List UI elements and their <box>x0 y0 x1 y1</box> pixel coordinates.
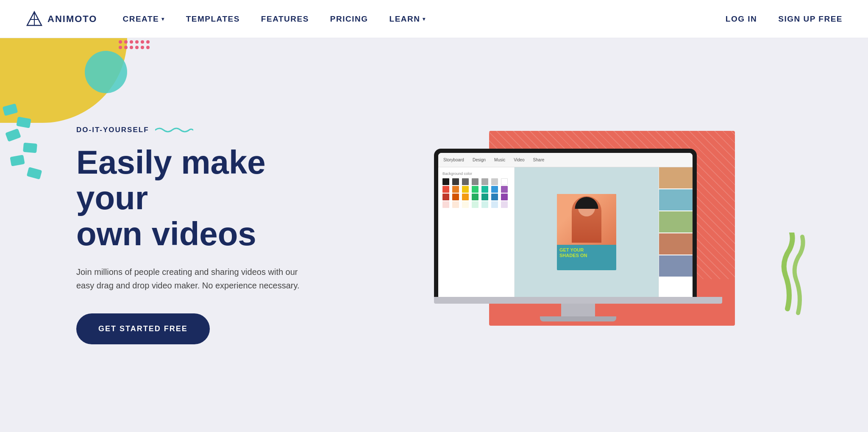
hero-section: DO-IT-YOURSELF Easily make your own vide… <box>0 38 868 432</box>
app-media-panel <box>659 167 693 297</box>
color-swatch[interactable] <box>462 178 469 185</box>
color-swatch[interactable] <box>481 201 488 208</box>
monitor-stand-base <box>434 297 722 304</box>
monitor-stand-neck <box>561 304 595 316</box>
color-swatch[interactable] <box>472 194 479 200</box>
app-toolbar: Storyboard Design Music Video Share <box>438 153 693 167</box>
monitor-stand-foot <box>540 316 616 321</box>
media-thumb[interactable] <box>659 255 693 277</box>
color-swatch[interactable] <box>501 178 508 185</box>
toolbar-item-video: Video <box>514 158 524 162</box>
color-swatch[interactable] <box>442 201 449 208</box>
deco-teal-circle <box>85 51 127 93</box>
nav-features[interactable]: FEATURES <box>261 14 309 24</box>
hero-content-left: DO-IT-YOURSELF Easily make your own vide… <box>51 126 339 344</box>
color-swatch[interactable] <box>481 178 488 185</box>
logo-icon <box>25 10 43 28</box>
nav-pricing[interactable]: PRICING <box>330 14 368 24</box>
color-swatch[interactable] <box>452 194 459 200</box>
hero-tag: DO-IT-YOURSELF <box>76 126 339 134</box>
color-swatch[interactable] <box>462 194 469 200</box>
logo[interactable]: ANIMOTO <box>25 10 97 28</box>
color-swatch[interactable] <box>491 178 498 185</box>
color-swatch[interactable] <box>452 178 459 185</box>
color-swatch[interactable] <box>442 186 449 193</box>
color-swatch[interactable] <box>472 186 479 193</box>
color-swatch[interactable] <box>501 201 508 208</box>
canvas-card-image <box>557 194 616 245</box>
color-swatch[interactable] <box>491 186 498 193</box>
color-swatch[interactable] <box>472 201 479 208</box>
color-swatch[interactable] <box>462 186 469 193</box>
toolbar-item-share: Share <box>533 158 545 162</box>
color-swatch[interactable] <box>501 194 508 200</box>
navigation: ANIMOTO CREATE ▾ TEMPLATES FEATURES PRIC… <box>0 0 868 38</box>
nav-login[interactable]: LOG IN <box>726 14 757 24</box>
toolbar-item-music: Music <box>494 158 505 162</box>
nav-right: LOG IN SIGN UP FREE <box>726 14 843 24</box>
color-swatch[interactable] <box>501 186 508 193</box>
hero-content-right: Storyboard Design Music Video Share Back… <box>339 149 817 321</box>
chevron-down-icon: ▾ <box>161 16 165 22</box>
hero-title: Easily make your own videos <box>76 144 339 252</box>
canvas-card: GET YOUR SHADES ON <box>557 194 616 270</box>
app-body: Background color <box>438 167 693 297</box>
media-thumb[interactable] <box>659 233 693 255</box>
color-grid <box>442 178 510 208</box>
media-thumb[interactable] <box>659 167 693 188</box>
monitor-mockup: Storyboard Design Music Video Share Back… <box>434 149 722 321</box>
media-thumb[interactable] <box>659 189 693 210</box>
nav-create[interactable]: CREATE ▾ <box>122 14 164 24</box>
deco-green-brush-icon <box>779 233 813 317</box>
toolbar-item-storyboard: Storyboard <box>443 158 464 162</box>
color-swatch[interactable] <box>442 178 449 185</box>
deco-dots <box>119 40 153 49</box>
nav-learn[interactable]: LEARN ▾ <box>389 14 426 24</box>
wavy-line-icon <box>155 126 193 134</box>
nav-signup[interactable]: SIGN UP FREE <box>778 14 843 24</box>
deco-teal-bits <box>0 102 45 181</box>
color-swatch[interactable] <box>462 201 469 208</box>
chevron-down-icon-learn: ▾ <box>423 16 426 22</box>
app-canvas: GET YOUR SHADES ON <box>515 167 659 297</box>
monitor-screen: Storyboard Design Music Video Share Back… <box>438 153 693 297</box>
get-started-button[interactable]: GET STARTED FREE <box>76 313 210 344</box>
canvas-person-illustration <box>572 196 601 243</box>
canvas-overlay-text: GET YOUR SHADES ON <box>557 245 616 261</box>
monitor: Storyboard Design Music Video Share Back… <box>434 149 722 321</box>
color-swatch[interactable] <box>481 186 488 193</box>
color-swatch[interactable] <box>491 194 498 200</box>
monitor-screen-wrapper: Storyboard Design Music Video Share Back… <box>434 149 697 297</box>
color-swatch[interactable] <box>472 178 479 185</box>
nav-links: CREATE ▾ TEMPLATES FEATURES PRICING LEAR… <box>122 14 725 24</box>
color-picker-label: Background color <box>442 172 510 176</box>
toolbar-item-design: Design <box>473 158 486 162</box>
media-thumb[interactable] <box>659 211 693 233</box>
color-swatch[interactable] <box>452 201 459 208</box>
app-color-picker-panel: Background color <box>438 167 515 297</box>
nav-templates[interactable]: TEMPLATES <box>186 14 240 24</box>
color-swatch[interactable] <box>442 194 449 200</box>
color-swatch[interactable] <box>481 194 488 200</box>
color-swatch[interactable] <box>452 186 459 193</box>
hero-subtitle: Join millions of people creating and sha… <box>76 265 305 292</box>
color-swatch[interactable] <box>491 201 498 208</box>
logo-text: ANIMOTO <box>47 14 97 25</box>
